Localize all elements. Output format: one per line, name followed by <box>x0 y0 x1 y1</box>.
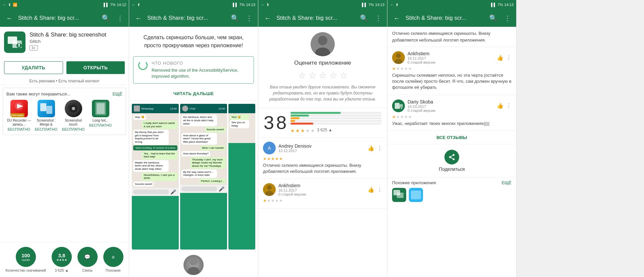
stars-row[interactable]: ☆ ☆ ☆ ☆ ☆ <box>298 70 347 81</box>
star-2[interactable]: ☆ <box>309 70 316 81</box>
similar-app-icon-1[interactable] <box>392 188 406 202</box>
user-avatar <box>311 32 335 56</box>
search-button-2[interactable]: 🔍 <box>229 13 241 23</box>
similar-apps-more[interactable]: ЕЩЁ <box>501 180 512 185</box>
rating-count: 3 625 ▲ <box>317 128 332 132</box>
star-1[interactable]: ☆ <box>298 70 306 81</box>
status-bar-3: ← ⬆ ▌▌ 7% 14:13 <box>258 0 387 9</box>
back-button-3[interactable]: ← <box>262 13 273 23</box>
svg-point-31 <box>453 158 455 160</box>
battery-percent: 7% <box>110 3 116 7</box>
svg-text:⬆: ⬆ <box>400 107 403 110</box>
review-p4-1: Ankhstiem 16.11.2017 0 старой версии 👍 ⋮… <box>387 47 516 95</box>
stat-sub-rating: ★★★★ <box>56 258 67 262</box>
app-info: Stitch & Share: big screenshot Glitch 3+ <box>30 31 125 51</box>
mini-app-du-recorder[interactable]: Реклама DU Recorder — запись... БЕСПЛАТН… <box>6 100 32 131</box>
rev-p4-star-5: ★ <box>408 66 412 71</box>
mini-app-screenshot-touch[interactable]: Screenshot touch БЕСПЛАТНО <box>61 100 86 131</box>
open-button[interactable]: ОТКРЫТЬ <box>66 61 125 74</box>
bubble-r2: How about a glass of wine? I know this g… <box>181 133 217 145</box>
reviewer-version-2: 0 старой версии <box>278 192 365 196</box>
moredots-2[interactable]: ⋮ <box>377 187 382 193</box>
star-4[interactable]: ☆ <box>329 70 337 81</box>
stat-connect[interactable]: 💬 Связь <box>77 247 98 272</box>
app-developer: Glitch <box>30 39 125 44</box>
content-info-text: Есть реклама • Есть платный контент <box>29 79 100 83</box>
rev-p4-2-star-3: ★ <box>400 115 404 119</box>
review-p4-2: ⬆ Dariy Skoba 14.10.2017 0 старой версии… <box>387 95 516 131</box>
more-button-1[interactable]: ⋮ <box>115 13 125 23</box>
sum-star-1: ★ <box>290 128 295 133</box>
review-header-2: Ankhstiem 16.11.2017 0 старой версии 👍 ⋮ <box>263 183 382 196</box>
app-icon: ⬆ <box>4 31 25 53</box>
bar-2 <box>290 120 382 122</box>
review-p4-stars-2: ★ ★ ★ ★ ★ <box>392 115 512 119</box>
ad-badge: Реклама <box>10 113 24 117</box>
star-5[interactable]: ☆ <box>340 70 347 81</box>
stat-label-connect: Связь <box>83 268 93 272</box>
search-button-4[interactable]: 🔍 <box>487 13 499 23</box>
back-button-4[interactable]: ← <box>391 13 402 23</box>
mini-app-name-du: DU Recorder — запись... <box>6 119 32 127</box>
signal-icon: ▌▌ <box>104 3 109 7</box>
delete-button[interactable]: УДАЛИТЬ <box>4 61 63 74</box>
moredots-p4-2[interactable]: ⋮ <box>506 102 512 109</box>
stat-rating: 3,8 ★★★★ 3 625 ▲ <box>52 247 72 272</box>
stat-similar[interactable]: ≡ Похожие <box>103 247 123 272</box>
panel-4: ← ⬆ ▌▌ 7% 14:13 ← Stitch & Share: big sc… <box>387 0 517 277</box>
stats-row: 100 тысяч Количество скачиваний 3,8 ★★★★… <box>0 242 129 277</box>
review-actions-2: 👍 ⋮ <box>368 187 382 193</box>
thumbup-2[interactable]: 👍 <box>368 187 374 193</box>
moredots-1[interactable]: ⋮ <box>377 145 382 151</box>
bar-track-3 <box>290 117 382 119</box>
back-button-2[interactable]: ← <box>133 13 144 23</box>
signal-2: ▌▌ <box>233 3 238 7</box>
more-button-4[interactable]: ⋮ <box>503 13 512 23</box>
all-reviews-link[interactable]: ВСЕ ОТЗЫВЫ <box>387 131 516 144</box>
mini-app-longshot[interactable]: Long hot... БЕСПЛАТНО <box>88 100 113 131</box>
stat-label-downloads: Количество скачиваний <box>5 268 46 272</box>
bubble-6: Nevertheless, I owe you a drink! <box>142 172 177 181</box>
more-button-3[interactable]: ⋮ <box>374 13 383 23</box>
read-more-button[interactable]: ЧИТАТЬ ДАЛЬШЕ <box>129 87 258 100</box>
panel4-top-text: Отлично склеило имеющиеся скриншоты. Вни… <box>387 27 516 47</box>
rev-p4-star-3: ★ <box>400 66 404 71</box>
bar-fill-1 <box>290 123 313 125</box>
search-button-3[interactable]: 🔍 <box>358 13 370 23</box>
action-buttons: УДАЛИТЬ ОТКРЫТЬ <box>0 58 129 77</box>
svg-line-33 <box>451 155 453 157</box>
also-like-more[interactable]: ЕЩЁ <box>112 91 122 96</box>
bubble-2: I really don't want to admit it, but you… <box>142 121 177 129</box>
bar-4 <box>290 115 382 117</box>
mini-app-screenshot-merge[interactable]: Screenshot : Merge & БЕСПЛАТНО <box>34 100 59 131</box>
nav-title-2: Stitch & Share: big scr... <box>147 15 225 21</box>
bubble-partial: You! 🥳 <box>230 115 249 120</box>
thumbup-p4-1[interactable]: 👍 <box>497 55 503 61</box>
whats-new-icon <box>138 61 148 70</box>
arrow-icon-2: ← <box>132 3 136 7</box>
description-text: Сделать скриншоты больше, чем экран, про… <box>129 27 258 53</box>
thumbup-p4-2[interactable]: 👍 <box>497 102 503 109</box>
share-icon-circle[interactable] <box>444 150 459 164</box>
person-image-container <box>129 253 258 277</box>
review-p4-actions-1: 👍 ⋮ <box>497 55 512 61</box>
svg-rect-25 <box>395 103 399 109</box>
share-label: Поделиться <box>439 166 465 172</box>
bubble-5: Maybe the sambuca, beers and all the oth… <box>133 160 169 172</box>
review-p4-header-2: ⬆ Dariy Skoba 14.10.2017 0 старой версии… <box>392 99 512 113</box>
back-button-1[interactable]: ← <box>4 13 15 23</box>
search-button-1[interactable]: 🔍 <box>100 13 112 23</box>
stat-circle-connect: 💬 <box>77 247 98 267</box>
more-button-2[interactable]: ⋮ <box>245 13 254 23</box>
review-p4-stars-1: ★ ★ ★ ★ ★ <box>392 66 512 71</box>
reviewer-p4-avatar-1 <box>392 51 405 64</box>
share-icon-2: ⬆ <box>137 3 140 7</box>
mini-app-price-long: БЕСПЛАТНО <box>89 123 112 127</box>
thumbup-1[interactable]: 👍 <box>368 145 374 151</box>
similar-app-icon-2[interactable] <box>409 188 423 202</box>
reviewer-avatar-1: A <box>263 142 276 154</box>
bubble-partial2: See you on friday <box>230 120 249 128</box>
moredots-p4-1[interactable]: ⋮ <box>506 55 512 61</box>
svg-rect-12 <box>97 103 105 114</box>
star-3[interactable]: ☆ <box>319 70 327 81</box>
